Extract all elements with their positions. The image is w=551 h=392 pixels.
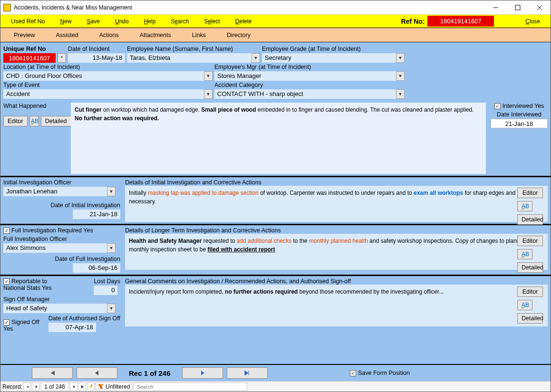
full-investigation-required-check[interactable]: ✓Full Investigation Required Yes — [3, 227, 120, 234]
nav-first-button[interactable] — [32, 367, 73, 379]
full-details-text[interactable]: Health and Safety Manager requested to a… — [125, 234, 548, 270]
record-position: Rec 1 of 246 — [121, 369, 178, 377]
menu-select[interactable]: Select — [196, 18, 227, 25]
submenu-actions[interactable]: Actions — [89, 32, 129, 38]
signoff-detailed-button[interactable]: Detailed — [517, 313, 543, 324]
initial-officer-combo[interactable]: Jonathan Lenehan ▼ — [3, 187, 116, 196]
chevron-down-icon[interactable]: ▼ — [107, 243, 116, 253]
status-new-icon[interactable]: * — [87, 382, 95, 391]
nav-footer: Rec 1 of 246 ✓Save Form Position — [0, 364, 551, 381]
chevron-down-icon[interactable]: ▼ — [204, 71, 213, 81]
what-editor-button[interactable]: Editor — [3, 116, 28, 126]
status-first-icon[interactable] — [23, 382, 31, 391]
submenu-assisted[interactable]: Assisted — [45, 32, 88, 38]
employees-mgr-combo[interactable]: Stores Manager ▼ — [214, 71, 405, 81]
type-of-event-combo[interactable]: Accident ▼ — [3, 89, 213, 99]
submenu-links[interactable]: Links — [182, 32, 216, 38]
nav-next-button[interactable] — [182, 367, 223, 379]
menu-close[interactable]: Close — [518, 18, 548, 25]
general-comments-label: General Comments on Investigation / Reco… — [125, 278, 548, 285]
date-interviewed-field[interactable]: 21-Jan-18 — [491, 119, 548, 128]
signoff-mgr-label: Sign Off Manager — [3, 296, 120, 303]
minimize-button[interactable] — [485, 0, 507, 14]
spellcheck-icon[interactable]: ABC — [517, 201, 532, 211]
funnel-icon — [98, 384, 104, 390]
full-editor-button[interactable]: Editor — [517, 236, 543, 246]
maximize-button[interactable] — [507, 0, 529, 14]
status-last-icon[interactable] — [78, 382, 86, 391]
submenu-attachments[interactable]: Attactments — [129, 32, 182, 38]
chevron-down-icon[interactable]: ▼ — [204, 89, 213, 99]
interviewed-check[interactable]: ✓Interviewed Yes — [491, 103, 548, 109]
general-comments-text[interactable]: Incident/Injury report form completed, n… — [125, 285, 548, 326]
employee-name-label: Employee Name (Surname, First Name) — [127, 46, 260, 52]
chevron-down-icon[interactable]: ▼ — [396, 71, 405, 81]
employee-name-field[interactable]: Taras, Elzbieta — [127, 53, 251, 63]
full-detailed-button[interactable]: Detailed — [517, 262, 543, 273]
menu-bar: Used Ref No New Save Undo Help Search Se… — [0, 15, 551, 28]
what-happened-text[interactable]: Cut finger on worktop which had damaged … — [71, 103, 486, 174]
status-position[interactable]: 1 of 246 — [40, 382, 69, 391]
menu-search[interactable]: Search — [163, 18, 196, 25]
svg-text:ABC: ABC — [522, 203, 529, 210]
status-prev-icon[interactable] — [32, 382, 39, 391]
signoff-mgr-combo[interactable]: Head of Safety ▼ — [3, 304, 116, 313]
submenu-preview[interactable]: Preview — [3, 32, 45, 38]
initial-detailed-button[interactable]: Detailed — [517, 214, 543, 225]
nav-last-button[interactable] — [227, 367, 268, 379]
chevron-down-icon[interactable]: ▼ — [396, 89, 405, 99]
auth-date-label: Date of Authorised Sign Off — [48, 315, 120, 322]
svg-text:*: * — [91, 385, 92, 389]
save-form-position-check[interactable]: ✓Save Form Position — [350, 370, 410, 376]
date-of-incident-field[interactable]: 13-May-18 — [68, 53, 125, 63]
full-date-field[interactable]: 06-Sep-16 — [73, 263, 120, 273]
full-officer-combo[interactable]: Alex Simmons ▼ — [3, 243, 116, 253]
spellcheck-icon[interactable]: ABC — [29, 116, 39, 126]
unique-ref-lookup-button[interactable]: * — [58, 53, 66, 63]
signed-off-check[interactable]: ✓Signed Off Yes — [3, 319, 41, 332]
accident-category-combo[interactable]: CONTACT WITH - sharp object ▼ — [214, 89, 405, 99]
employee-grade-field[interactable]: Secretary — [262, 53, 396, 63]
svg-text:ABC: ABC — [522, 251, 529, 258]
unique-ref-label: Unique Ref No — [3, 45, 66, 52]
chevron-down-icon[interactable]: ▼ — [251, 53, 260, 63]
menu-new[interactable]: New — [53, 18, 79, 25]
close-button[interactable] — [529, 0, 551, 14]
menu-delete[interactable]: Delete — [228, 18, 260, 25]
chevron-down-icon[interactable]: ▼ — [107, 187, 116, 196]
menu-undo[interactable]: Undo — [107, 18, 136, 25]
main-form: Unique Ref No Date of Incident Employee … — [0, 42, 551, 364]
date-of-incident-label: Date of Incident — [68, 46, 125, 52]
location-combo[interactable]: CHD : Ground Floor Offices ▼ — [3, 71, 213, 81]
date-interviewed-label: Date Interviewed — [491, 111, 548, 118]
ref-no-value: 180419141607 — [427, 16, 494, 27]
menu-used-ref-no[interactable]: Used Ref No — [3, 18, 53, 25]
initial-date-field[interactable]: 21-Jan-18 — [73, 210, 120, 219]
status-filter[interactable]: Unfiltered — [96, 382, 132, 391]
employee-name-combo[interactable]: Taras, Elzbieta ▼ — [127, 53, 260, 63]
chevron-down-icon[interactable]: ▼ — [107, 304, 116, 313]
ref-no-label: Ref No: — [401, 18, 428, 25]
employees-mgr-label: Employee's Mgr (at Time of Incident) — [214, 64, 311, 70]
chevron-down-icon[interactable]: ▼ — [396, 53, 405, 63]
employee-grade-combo[interactable]: Secretary ▼ — [262, 53, 405, 63]
signoff-editor-button[interactable]: Editor — [517, 287, 543, 297]
app-icon — [3, 4, 11, 11]
what-detailed-button[interactable]: Detailed — [41, 116, 71, 126]
spellcheck-icon[interactable]: ABC — [517, 249, 532, 259]
auth-date-field[interactable]: 07-Apr-18 — [48, 323, 96, 332]
menu-help[interactable]: Help — [136, 18, 164, 25]
status-next-icon[interactable] — [70, 382, 77, 391]
nav-prev-button[interactable] — [77, 367, 117, 379]
status-search-input[interactable] — [135, 383, 245, 390]
reportable-check[interactable]: ✓Reportable to National Stats Yes — [3, 278, 70, 291]
lost-days-label: Lost Days — [94, 278, 120, 285]
lost-days-field[interactable]: 0 — [94, 286, 117, 295]
what-happened-label: What Happened — [3, 103, 66, 109]
menu-save[interactable]: Save — [79, 18, 107, 25]
initial-editor-button[interactable]: Editor — [517, 188, 543, 198]
spellcheck-icon[interactable]: ABC — [517, 300, 532, 310]
type-of-event-label: Type of Event — [3, 82, 213, 88]
submenu-directory[interactable]: Directory — [216, 32, 261, 38]
initial-details-text[interactable]: Initially masking tap was applied to dam… — [125, 186, 548, 222]
